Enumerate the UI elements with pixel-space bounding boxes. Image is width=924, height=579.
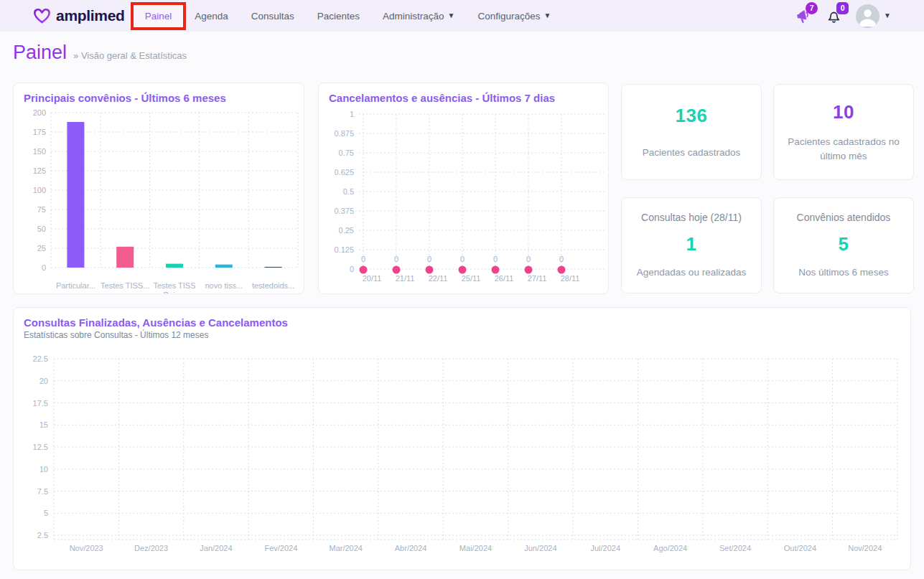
stat-label: Pacientes cadastrados	[643, 146, 741, 160]
svg-text:0: 0	[460, 255, 465, 263]
svg-text:Out/2024: Out/2024	[784, 544, 816, 552]
svg-text:2.5: 2.5	[37, 531, 48, 540]
svg-text:20/11: 20/11	[363, 274, 382, 283]
svg-text:7.5: 7.5	[37, 487, 48, 496]
svg-text:Fev/2024: Fev/2024	[264, 544, 297, 552]
svg-text:0: 0	[42, 263, 46, 272]
svg-text:26/11: 26/11	[495, 274, 514, 283]
svg-text:Set/2024: Set/2024	[719, 544, 751, 552]
svg-text:22/11: 22/11	[429, 274, 448, 283]
svg-text:0.5: 0.5	[343, 187, 354, 196]
svg-text:Dez/2023: Dez/2023	[134, 544, 168, 552]
svg-text:0: 0	[427, 255, 431, 263]
stat-value: 1	[686, 233, 697, 255]
svg-text:Nov/2024: Nov/2024	[848, 544, 882, 552]
stat-title: Convênios atendidos	[797, 212, 891, 223]
nav-item-label: Agenda	[195, 11, 228, 22]
svg-text:150: 150	[33, 147, 46, 156]
stat-card-pacientes-ultimo-mes: 10 Pacientes cadastrados no último mês	[773, 84, 914, 180]
svg-text:0.875: 0.875	[334, 129, 354, 138]
svg-text:50: 50	[37, 225, 46, 233]
megaphone-badge-count: 7	[806, 2, 818, 14]
svg-text:17.5: 17.5	[33, 399, 48, 408]
chart-title: Principais convênios - Últimos 6 meses	[14, 83, 304, 105]
nav-item-label: Pacientes	[317, 11, 360, 22]
nav-item-pacientes[interactable]: Pacientes	[306, 5, 371, 27]
svg-text:Jul/2024: Jul/2024	[590, 544, 620, 552]
nav-item-painel[interactable]: Painel	[134, 5, 184, 27]
svg-text:0.625: 0.625	[334, 168, 354, 176]
svg-text:125: 125	[33, 166, 46, 175]
chart-title: Cancelamentos e ausências - Últimos 7 di…	[319, 83, 608, 105]
svg-text:Jan/2024: Jan/2024	[200, 544, 232, 552]
heart-logo-icon	[33, 8, 51, 24]
category-label: Testes TISS...	[101, 279, 150, 294]
bar-chart-principais-convenios: 0255075100125150175200Particular...Teste…	[14, 105, 304, 294]
svg-text:Abr/2024: Abr/2024	[395, 544, 427, 552]
svg-text:75: 75	[37, 205, 46, 214]
svg-text:28/11: 28/11	[561, 274, 580, 283]
chart-title: Consultas Finalizadas, Ausências e Cance…	[14, 308, 910, 330]
svg-text:175: 175	[33, 128, 46, 136]
chevron-down-icon: ▼	[544, 12, 551, 19]
svg-text:Mar/2024: Mar/2024	[329, 544, 362, 552]
category-label: Particular...	[51, 279, 101, 294]
svg-text:Mai/2024: Mai/2024	[459, 544, 492, 552]
announcements-button[interactable]: 7	[794, 7, 812, 25]
stat-card-convenios-atendidos: Convênios atendidos 5 Nos últimos 6 mese…	[773, 197, 914, 293]
svg-text:20: 20	[39, 377, 48, 385]
svg-text:25/11: 25/11	[462, 274, 481, 283]
user-menu-button[interactable]: ▼	[856, 4, 891, 28]
svg-text:25: 25	[37, 244, 46, 253]
svg-text:0.25: 0.25	[339, 226, 354, 235]
stat-card-consultas-hoje: Consultas hoje (28/11) 1 Agendadas ou re…	[621, 197, 762, 293]
stat-card-pacientes-cadastrados: 136 Pacientes cadastrados	[621, 84, 762, 180]
chart-subtitle: Estatísticas sobre Consultas - Últimos 1…	[14, 330, 910, 340]
notifications-button[interactable]: 0	[825, 7, 843, 25]
nav-item-label: Consultas	[251, 11, 294, 22]
brand-name: amplimed	[56, 7, 125, 24]
svg-text:100: 100	[33, 186, 46, 194]
svg-text:22.5: 22.5	[33, 354, 48, 363]
top-navbar: amplimed Painel Agenda Consultas Pacient…	[0, 0, 924, 32]
chevron-down-icon: ▼	[884, 12, 891, 19]
page-title: Painel	[13, 42, 67, 64]
svg-text:200: 200	[33, 108, 46, 117]
line-chart-cancelamentos: 00.1250.250.3750.50.6250.750.8751020/110…	[319, 105, 608, 292]
svg-text:0: 0	[350, 265, 354, 273]
svg-text:0: 0	[361, 255, 365, 263]
line-chart-consultas-12-meses: 22.52017.51512.5107.552.5Nov/2023Dez/202…	[14, 340, 910, 558]
nav-item-agenda[interactable]: Agenda	[183, 5, 240, 27]
svg-text:0.125: 0.125	[334, 245, 354, 254]
chevron-down-icon: ▼	[448, 12, 455, 19]
nav-item-label: Painel	[145, 11, 172, 22]
category-label: testedoids...	[248, 279, 298, 294]
svg-text:Jun/2024: Jun/2024	[524, 544, 556, 552]
svg-text:Nov/2023: Nov/2023	[70, 544, 103, 552]
main-nav: Painel Agenda Consultas Pacientes Admini…	[134, 5, 563, 27]
svg-text:5: 5	[44, 509, 48, 517]
svg-text:Ago/2024: Ago/2024	[653, 544, 687, 552]
nav-item-administracao[interactable]: Administração ▼	[371, 5, 466, 27]
category-label: novo tiss...	[199, 279, 248, 294]
svg-text:0.75: 0.75	[339, 149, 354, 157]
card-principais-convenios: Principais convênios - Últimos 6 meses 0…	[13, 83, 304, 294]
brand-logo[interactable]: amplimed	[33, 7, 125, 24]
svg-text:27/11: 27/11	[528, 274, 547, 283]
svg-text:1: 1	[350, 110, 354, 118]
stat-label: Pacientes cadastrados no último mês	[784, 135, 903, 163]
breadcrumb: » Visão geral & Estatísticas	[73, 50, 187, 61]
svg-text:0: 0	[493, 255, 498, 263]
card-consultas-estatisticas: Consultas Finalizadas, Ausências e Cance…	[13, 307, 911, 570]
svg-text:0: 0	[526, 255, 531, 263]
stat-label: Agendadas ou realizadas	[637, 265, 746, 280]
bell-badge-count: 0	[836, 2, 849, 14]
nav-item-configuracoes[interactable]: Configurações ▼	[467, 5, 563, 27]
nav-item-consultas[interactable]: Consultas	[240, 5, 306, 27]
category-label: Testes TISS Dois...	[150, 279, 200, 294]
svg-text:0.375: 0.375	[334, 207, 354, 215]
nav-item-label: Configurações	[478, 11, 541, 22]
bar-chart-category-labels: Particular...Testes TISS...Testes TISS D…	[51, 279, 298, 294]
stat-value: 10	[833, 101, 854, 123]
svg-text:10: 10	[39, 465, 48, 474]
